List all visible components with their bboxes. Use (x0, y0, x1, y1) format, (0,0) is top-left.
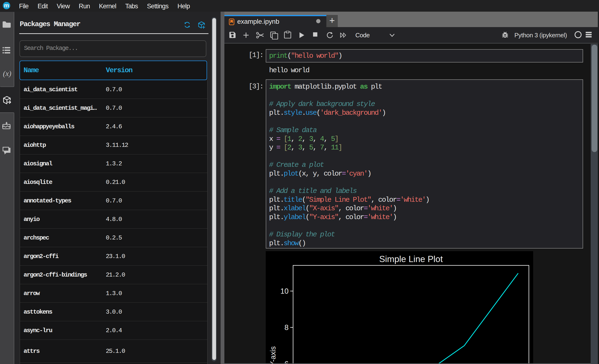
svg-text:10: 10 (281, 287, 289, 295)
svg-text:Simple Line Plot: Simple Line Plot (379, 254, 443, 264)
svg-text:Y-axis: Y-axis (269, 346, 277, 364)
svg-text:8: 8 (284, 323, 289, 332)
